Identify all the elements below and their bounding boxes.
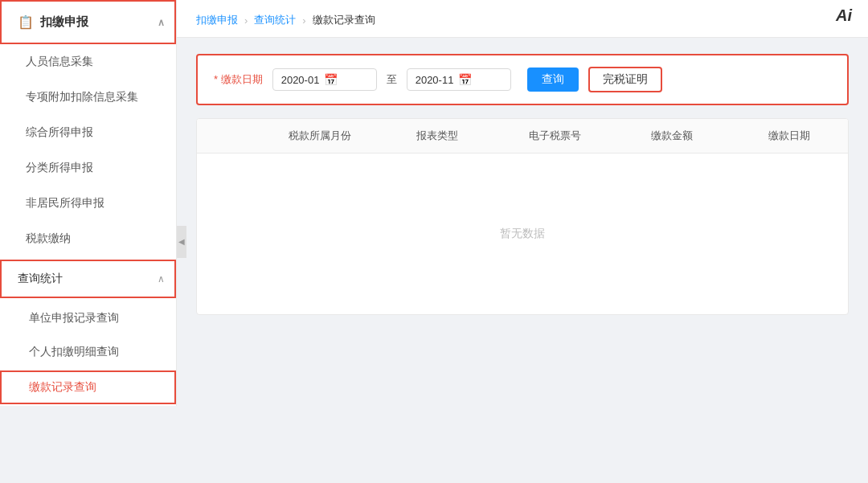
date-start-input[interactable]: 2020-01 📅 xyxy=(272,68,377,91)
filter-to-label: 至 xyxy=(387,72,397,87)
date-start-value: 2020-01 xyxy=(281,74,320,86)
col-idx xyxy=(197,119,261,153)
content-area: * 缴款日期 2020-01 📅 至 2020-11 📅 查询 完税证明 税款所… xyxy=(177,38,868,483)
sidebar-header[interactable]: 📋 扣缴申报 ∧ xyxy=(0,0,176,44)
sidebar: 📋 扣缴申报 ∧ 人员信息采集 专项附加扣除信息采集 综合所得申报 分类所得申报… xyxy=(0,0,177,406)
breadcrumb-sep-2: › xyxy=(302,14,305,27)
sidebar-section-chevron: ∧ xyxy=(158,273,165,284)
data-table: 税款所属月份 报表类型 电子税票号 缴款金额 缴款日期 暂无数据 xyxy=(196,118,849,315)
sidebar-item-payment-query[interactable]: 缴款记录查询 xyxy=(0,370,176,404)
sidebar-wrapper: 📋 扣缴申报 ∧ 人员信息采集 专项附加扣除信息采集 综合所得申报 分类所得申报… xyxy=(0,0,177,483)
breadcrumb-link-2[interactable]: 查询统计 xyxy=(254,13,296,27)
date-end-value: 2020-11 xyxy=(416,74,454,86)
calendar-start-icon: 📅 xyxy=(324,73,338,86)
sidebar-item-unit-query[interactable]: 单位申报记录查询 xyxy=(0,301,176,335)
ai-label: Ai xyxy=(836,6,852,25)
query-button[interactable]: 查询 xyxy=(527,68,579,92)
breadcrumb-current: 缴款记录查询 xyxy=(313,13,375,27)
sidebar-item-personal-query[interactable]: 个人扣缴明细查询 xyxy=(0,335,176,369)
filter-bar: * 缴款日期 2020-01 📅 至 2020-11 📅 查询 完税证明 xyxy=(196,54,849,105)
sidebar-item-personnel[interactable]: 人员信息采集 xyxy=(0,44,176,80)
breadcrumb: 扣缴申报 › 查询统计 › 缴款记录查询 xyxy=(177,0,868,38)
filter-date-label: * 缴款日期 xyxy=(214,72,263,87)
sidebar-item-tax-payment[interactable]: 税款缴纳 xyxy=(0,221,176,256)
cert-button[interactable]: 完税证明 xyxy=(588,67,662,92)
breadcrumb-sep-1: › xyxy=(244,14,248,27)
sidebar-item-nonresident[interactable]: 非居民所得申报 xyxy=(0,186,176,221)
col-ticket: 电子税票号 xyxy=(496,119,613,153)
empty-state-text: 暂无数据 xyxy=(500,227,545,241)
sidebar-section-query[interactable]: 查询统计 ∧ xyxy=(0,260,176,298)
sidebar-item-special[interactable]: 专项附加扣除信息采集 xyxy=(0,80,176,115)
col-amount: 缴款金额 xyxy=(613,119,731,153)
col-type: 报表类型 xyxy=(379,119,496,153)
col-date: 缴款日期 xyxy=(731,119,848,153)
sidebar-header-icon: 📋 xyxy=(18,14,34,30)
sidebar-item-category[interactable]: 分类所得申报 xyxy=(0,150,176,186)
table-header: 税款所属月份 报表类型 电子税票号 缴款金额 缴款日期 xyxy=(197,119,848,153)
breadcrumb-link-1[interactable]: 扣缴申报 xyxy=(196,13,238,27)
sidebar-header-chevron: ∧ xyxy=(158,17,165,28)
table-body: 暂无数据 xyxy=(197,153,848,314)
date-end-input[interactable]: 2020-11 📅 xyxy=(407,68,511,91)
sidebar-section-label: 查询统计 xyxy=(18,272,63,286)
sidebar-collapse-button[interactable]: ◀ xyxy=(177,226,186,258)
sidebar-header-label: 扣缴申报 xyxy=(40,14,88,30)
main-content: 扣缴申报 › 查询统计 › 缴款记录查询 Ai * 缴款日期 2020-01 📅… xyxy=(177,0,868,483)
sidebar-item-comprehensive[interactable]: 综合所得申报 xyxy=(0,115,176,150)
calendar-end-icon: 📅 xyxy=(458,73,472,86)
col-month: 税款所属月份 xyxy=(261,119,379,153)
